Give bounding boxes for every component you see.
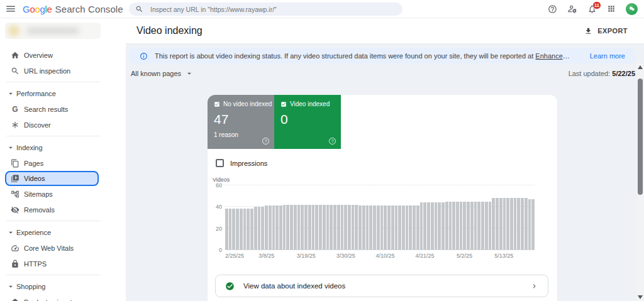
sidebar-item-overview[interactable]: Overview — [0, 47, 126, 63]
sidebar-section-performance[interactable]: Performance — [0, 85, 126, 101]
impressions-checkbox[interactable]: Impressions — [216, 159, 557, 167]
bar — [521, 198, 524, 249]
bar — [514, 198, 517, 249]
bar — [431, 202, 434, 249]
enhancements-videos-link[interactable]: Enhancements > Videos — [535, 52, 575, 60]
bar — [366, 205, 369, 249]
help-icon[interactable] — [548, 4, 557, 14]
bar — [441, 202, 445, 249]
bar — [240, 209, 243, 249]
avatar[interactable] — [626, 3, 638, 15]
google-apps-grid-icon[interactable] — [607, 4, 616, 13]
x-tick-label: 4/10/25 — [376, 253, 395, 259]
bar — [438, 202, 441, 249]
bar — [384, 205, 387, 249]
bar — [269, 205, 272, 249]
bar — [423, 202, 426, 249]
sidebar-section-experience[interactable]: Experience — [0, 224, 126, 240]
bar — [496, 198, 499, 249]
info-banner: This report is about video indexing stat… — [130, 48, 635, 63]
help-circle-icon[interactable]: ? — [329, 138, 336, 145]
learn-more-link[interactable]: Learn more — [582, 52, 625, 60]
sidebar-item-label: Product snippets — [24, 298, 75, 301]
sidebar-item-product-snippets[interactable]: Product snippets — [0, 294, 126, 301]
sidebar-section-label: Shopping — [16, 283, 46, 290]
sidebar-item-url-inspection[interactable]: URL inspection — [0, 63, 126, 79]
bar — [247, 209, 250, 249]
scrollbar-thumb[interactable] — [638, 79, 643, 195]
sidebar-section-label: Indexing — [16, 144, 43, 151]
scrollbar-up-arrow[interactable] — [638, 65, 643, 69]
bar — [304, 205, 308, 249]
bar — [236, 209, 239, 249]
sidebar-item-core-web-vitals[interactable]: Core Web Vitals — [0, 240, 126, 256]
bar — [272, 205, 275, 249]
y-tick-label: 40 — [216, 204, 222, 210]
app-logo: Google Search Console — [23, 4, 123, 14]
chart-plot-area[interactable] — [225, 185, 535, 250]
url-inspection-searchbox[interactable] — [129, 3, 402, 16]
sidebar-item-search-results[interactable]: GSearch results — [0, 101, 126, 117]
hamburger-menu-icon[interactable] — [5, 3, 16, 14]
google-logo: Google — [23, 4, 52, 14]
main-content: Video indexing EXPORT This report is abo… — [126, 18, 644, 301]
bar — [406, 205, 409, 249]
top-app-bar: Google Search Console 11 — [0, 0, 644, 18]
vertical-scrollbar[interactable] — [636, 63, 644, 301]
bar — [315, 205, 318, 249]
y-tick-label: 0 — [219, 247, 222, 253]
help-circle-icon[interactable]: ? — [262, 138, 269, 145]
sidebar-item-label: Removals — [24, 206, 55, 214]
topbar-actions: 11 — [548, 3, 638, 15]
scrollbar-down-arrow[interactable] — [638, 295, 643, 299]
sidebar-item-discover[interactable]: Discover — [0, 117, 126, 133]
sidebar-item-label: Discover — [24, 121, 51, 129]
product-name: Search Console — [55, 4, 123, 14]
sidebar-divider — [6, 136, 101, 136]
bar — [391, 205, 394, 249]
property-selector-blurred[interactable] — [5, 23, 101, 39]
sidebar-section-label: Experience — [16, 229, 51, 236]
sidebar-item-sitemaps[interactable]: Sitemaps — [0, 186, 126, 202]
sidebar-item-label: Sitemaps — [24, 190, 53, 198]
sidebar-section-indexing[interactable]: Indexing — [0, 140, 126, 155]
bar — [337, 205, 340, 249]
bar — [503, 198, 506, 249]
page-scope-dropdown[interactable]: All known pages — [130, 69, 194, 78]
sidebar-divider — [6, 275, 101, 275]
checkbox-checked-icon[interactable] — [214, 101, 220, 107]
bar — [377, 205, 380, 249]
view-indexed-videos-row[interactable]: View data about indexed videos — [215, 275, 548, 297]
bar — [362, 205, 365, 249]
chevron-down-icon — [6, 228, 15, 237]
sidebar-item-https[interactable]: HTTPS — [0, 256, 126, 271]
no-video-indexed-card[interactable]: No video indexed 47 1 reason ? — [208, 95, 274, 149]
sidebar-item-videos[interactable]: Videos — [5, 171, 99, 186]
bar — [358, 205, 362, 249]
search-input[interactable] — [149, 5, 396, 14]
bar — [463, 202, 466, 250]
report-scroll-area: This report is about video indexing stat… — [126, 44, 644, 301]
checkbox-unchecked-icon[interactable] — [216, 159, 224, 167]
home-icon — [11, 51, 19, 60]
bar — [477, 202, 480, 250]
banner-message: This report is about video indexing stat… — [155, 52, 575, 60]
bar — [290, 205, 293, 249]
sidebar-section-shopping[interactable]: Shopping — [0, 278, 126, 294]
y-tick-label: 60 — [216, 182, 222, 189]
export-button[interactable]: EXPORT — [580, 26, 631, 36]
layers-icon — [11, 298, 19, 301]
bar — [481, 202, 484, 250]
checkbox-checked-icon[interactable] — [280, 101, 287, 107]
bar — [416, 205, 419, 249]
bar — [250, 209, 253, 249]
sidebar-item-removals[interactable]: Removals — [0, 202, 126, 217]
sidebar-item-pages[interactable]: Pages — [0, 155, 126, 171]
manage-users-icon[interactable] — [567, 4, 577, 14]
chevron-down-icon — [6, 89, 15, 98]
info-icon — [140, 52, 148, 60]
video-indexed-card[interactable]: Video indexed 0 ? — [274, 95, 341, 149]
bar — [279, 205, 282, 249]
report-card: No video indexed 47 1 reason ? Video ind… — [208, 95, 557, 301]
bar — [283, 205, 286, 249]
